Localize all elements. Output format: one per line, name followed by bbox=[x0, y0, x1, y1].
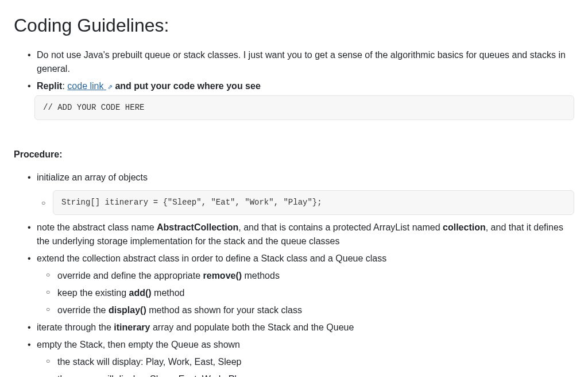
procedure-text: extend the collection abstract class in … bbox=[37, 253, 386, 263]
procedure-list: initialize an array of objects ○ String[… bbox=[14, 171, 574, 377]
code-block-itinerary: String[] itinerary = {"Sleep", "Eat", "W… bbox=[53, 190, 574, 215]
text-bold: remove() bbox=[203, 271, 242, 280]
guidelines-list: Do not use Java's prebuilt queue or stac… bbox=[14, 48, 574, 120]
guideline-item-1: Do not use Java's prebuilt queue or stac… bbox=[28, 48, 574, 76]
procedure-heading-text: Procedure bbox=[14, 149, 59, 159]
page-heading: Coding Guidelines: bbox=[14, 11, 574, 39]
code-block-addcode: // ADD YOUR CODE HERE bbox=[34, 95, 574, 120]
sub-item: keep the existing add() method bbox=[46, 286, 574, 300]
sub-item: override and define the appropriate remo… bbox=[46, 269, 574, 283]
text-fragment: override the bbox=[57, 305, 109, 315]
colon: : bbox=[62, 81, 67, 91]
code-link-text: code link bbox=[67, 81, 103, 91]
procedure-text: initialize an array of objects bbox=[37, 172, 148, 182]
code-text: // ADD YOUR CODE HERE bbox=[43, 103, 144, 112]
replit-label: Replit bbox=[37, 81, 62, 91]
procedure-item-1: initialize an array of objects ○ String[… bbox=[28, 171, 574, 217]
sub-item: the queue will display: Sleep, East, Wor… bbox=[46, 372, 574, 377]
circle-bullet-icon: ○ bbox=[41, 198, 46, 208]
text-fragment: method bbox=[152, 288, 185, 298]
text-fragment: methods bbox=[242, 271, 280, 280]
code-text: String[] itinerary = {"Sleep", "Eat", "W… bbox=[61, 198, 322, 207]
procedure-item-3: extend the collection abstract class in … bbox=[28, 252, 574, 317]
text-fragment: , and that is contains a protected Array… bbox=[238, 222, 443, 232]
procedure-item-4: iterate through the itinerary array and … bbox=[28, 321, 574, 334]
text-bold: collection bbox=[443, 222, 486, 232]
text-fragment: note the abstract class name bbox=[37, 222, 157, 232]
external-link-icon: ⇗ bbox=[107, 82, 113, 92]
text-bold: display() bbox=[109, 305, 146, 315]
guideline-text: Do not use Java's prebuilt queue or stac… bbox=[37, 50, 566, 74]
text-fragment: array and populate both the Stack and th… bbox=[150, 322, 354, 332]
text-bold: add() bbox=[129, 288, 152, 298]
procedure-sublist-5: the stack will display: Play, Work, East… bbox=[37, 355, 574, 377]
text-fragment: the stack will display: Play, Work, East… bbox=[57, 357, 241, 367]
text-fragment: override and define the appropriate bbox=[57, 271, 203, 280]
text-fragment: keep the existing bbox=[57, 288, 129, 298]
procedure-item-5: empty the Stack, then empty the Queue as… bbox=[28, 338, 574, 377]
procedure-item-2: note the abstract class name AbstractCol… bbox=[28, 221, 574, 248]
text-fragment: the queue will display: Sleep, East, Wor… bbox=[57, 374, 246, 377]
text-fragment: method as shown for your stack class bbox=[146, 305, 302, 315]
procedure-heading: Procedure: bbox=[14, 148, 574, 161]
guideline-item-2: Replit: code link ⇗ and put your code wh… bbox=[28, 79, 574, 120]
procedure-sublist-3: override and define the appropriate remo… bbox=[37, 269, 574, 317]
sub-item: the stack will display: Play, Work, East… bbox=[46, 355, 574, 369]
code-link[interactable]: code link ⇗ bbox=[67, 81, 113, 91]
text-bold: AbstractCollection bbox=[157, 222, 238, 232]
text-bold: itinerary bbox=[114, 322, 150, 332]
replit-suffix: and put your code where you see bbox=[113, 81, 261, 91]
procedure-text: empty the Stack, then empty the Queue as… bbox=[37, 340, 240, 349]
sub-item: override the display() method as shown f… bbox=[46, 303, 574, 317]
text-fragment: iterate through the bbox=[37, 322, 114, 332]
